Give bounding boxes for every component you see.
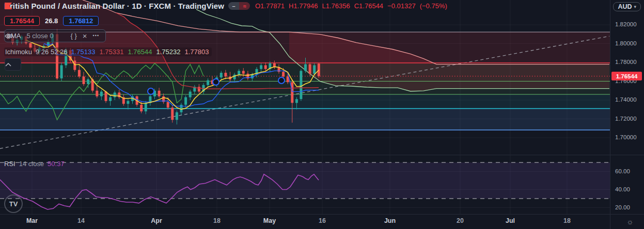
- price-axis-tick: 1.80000: [615, 40, 637, 46]
- axis-settings-sun-icon[interactable]: ☼: [626, 217, 634, 226]
- currency-label: AUD: [618, 3, 632, 10]
- time-axis-tick: 20: [457, 217, 464, 224]
- flag-icon[interactable]: [4, 2, 12, 10]
- time-axis[interactable]: Mar14Apr18May16Jun20Jul18: [0, 215, 644, 229]
- ichimoku-name: Ichimoku: [5, 48, 32, 56]
- open-value: O1.77871: [255, 2, 285, 10]
- price-axis-tick: 1.74000: [615, 96, 637, 103]
- time-axis-tick: Mar: [26, 217, 38, 224]
- time-axis-tick: Apr: [151, 217, 162, 224]
- change-percent: (−0.75%): [420, 2, 447, 10]
- currency-dropdown-button[interactable]: AUD ▾: [613, 2, 641, 11]
- price-axis[interactable]: 1.820001.800001.780001.760001.740001.720…: [610, 0, 644, 214]
- ichimoku-value: 1.75331: [99, 48, 123, 56]
- symbol-title[interactable]: British Pound / Australian Dollar · 1D ·…: [4, 2, 224, 10]
- time-axis-tick: May: [263, 217, 276, 224]
- more-options-icon[interactable]: •••: [93, 34, 99, 38]
- ichimoku-value: 1.77803: [184, 48, 209, 56]
- source-code-icon[interactable]: { }: [71, 32, 77, 39]
- rsi-axis-tick: 40.00: [615, 186, 630, 192]
- ichimoku-indicator-legend[interactable]: Ichimoku 9 26 52 26 1.751331.753311.7654…: [4, 47, 212, 56]
- ichimoku-values: 1.751331.753311.765441.752321.77803: [71, 48, 209, 56]
- time-axis-tick: 18: [213, 217, 221, 224]
- rsi-value: 50.37: [48, 160, 65, 168]
- tradingview-chart-window: British Pound / Australian Dollar · 1D ·…: [0, 0, 644, 229]
- ichimoku-params: 9 26 52 26: [36, 48, 67, 56]
- time-axis-tick: 18: [563, 217, 571, 224]
- ma-indicator-legend[interactable]: MA 5 close 0 { } × •••: [4, 29, 106, 42]
- chevron-up-icon: [5, 63, 11, 67]
- time-axis-tick: 16: [319, 217, 326, 224]
- high-value: H1.77946: [289, 2, 318, 10]
- time-axis-tick: Jul: [506, 217, 515, 224]
- pane-divider[interactable]: [0, 155, 644, 155]
- spread-value: 26.8: [44, 17, 59, 25]
- price-axis-tick: 1.78000: [615, 59, 637, 65]
- close-value: C1.76544: [354, 2, 383, 10]
- minus-toggle-icon[interactable]: –: [228, 2, 239, 10]
- rsi-params: 14 close: [19, 160, 44, 168]
- ohlc-readout: O1.77871 H1.77946 L1.76356 C1.76544 −0.0…: [255, 2, 447, 10]
- rsi-axis-tick: 20.00: [615, 204, 630, 210]
- rsi-name: RSI: [4, 160, 15, 168]
- change-value: −0.01327: [387, 2, 416, 10]
- chevron-down-icon: ▾: [634, 4, 636, 9]
- ichimoku-value: 1.75232: [156, 48, 180, 56]
- tradingview-watermark-logo: TV: [4, 194, 23, 213]
- low-value: L1.76356: [322, 2, 350, 10]
- ma-params: 5 close 0: [27, 32, 54, 40]
- rsi-indicator-legend[interactable]: RSI 14 close 50.37: [4, 160, 65, 168]
- price-label-row: 1.76544 26.8 1.76812: [4, 16, 99, 26]
- current-price-badge: 1.76544: [611, 72, 642, 80]
- time-axis-tick: Jun: [384, 217, 396, 224]
- price-axis-tick: 1.72000: [615, 116, 637, 122]
- time-axis-tick: 14: [77, 217, 85, 224]
- price-axis-tick: 1.70000: [615, 134, 637, 140]
- ichimoku-value: 1.76544: [128, 48, 152, 56]
- price-axis-tick: 1.82000: [615, 21, 637, 27]
- quick-toggle-pills[interactable]: – ≈: [228, 2, 250, 10]
- price-label-blue[interactable]: 1.76812: [63, 16, 99, 26]
- wave-toggle-icon[interactable]: ≈: [239, 2, 250, 10]
- price-label-red[interactable]: 1.76544: [4, 16, 40, 26]
- ichimoku-value: 1.75133: [71, 48, 95, 56]
- rsi-axis-tick: 60.00: [615, 168, 630, 174]
- collapse-legend-button[interactable]: [5, 58, 21, 71]
- rsi-chart-canvas[interactable]: [0, 155, 610, 214]
- chart-header: British Pound / Australian Dollar · 1D ·…: [4, 2, 447, 10]
- remove-icon[interactable]: ×: [83, 32, 87, 40]
